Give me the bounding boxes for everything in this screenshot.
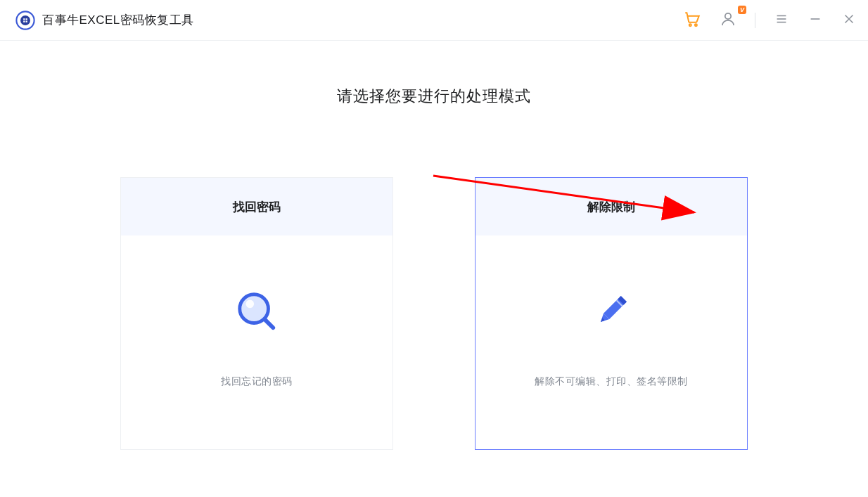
card-recover-password[interactable]: 找回密码 找回忘记的密码 [120, 177, 393, 450]
svg-point-1 [20, 15, 30, 25]
card-desc: 找回忘记的密码 [221, 375, 293, 388]
card-title: 解除限制 [476, 178, 747, 235]
svg-line-18 [265, 320, 274, 328]
title-actions: V [680, 7, 860, 33]
pencil-icon [589, 290, 633, 333]
cart-button[interactable] [680, 7, 704, 33]
titlebar: 百事牛EXCEL密码恢复工具 V [0, 0, 868, 41]
card-remove-restriction[interactable]: 解除限制 解除不可编辑、打印、签名等限制 [475, 177, 748, 450]
menu-icon [774, 11, 789, 29]
card-title: 找回密码 [121, 178, 392, 235]
main-content: 请选择您要进行的处理模式 找回密码 找回忘记的密码 解除限制 [0, 41, 868, 450]
minimize-button[interactable] [805, 8, 826, 32]
divider [755, 13, 755, 28]
minimize-icon [808, 11, 823, 29]
svg-point-6 [689, 24, 691, 26]
cart-icon [683, 10, 701, 30]
app-title: 百事牛EXCEL密码恢复工具 [42, 12, 194, 28]
close-icon [841, 11, 857, 29]
card-body: 找回忘记的密码 [121, 235, 392, 449]
page-heading: 请选择您要进行的处理模式 [337, 86, 531, 107]
svg-point-7 [695, 24, 697, 26]
svg-point-8 [725, 13, 731, 19]
svg-rect-4 [23, 20, 25, 22]
close-button[interactable] [838, 8, 860, 32]
vip-badge: V [738, 6, 746, 14]
card-desc: 解除不可编辑、打印、签名等限制 [535, 375, 688, 388]
card-body: 解除不可编辑、打印、签名等限制 [476, 235, 747, 449]
user-icon [720, 11, 736, 30]
svg-rect-5 [26, 20, 27, 22]
app-logo-icon [15, 11, 35, 30]
svg-point-17 [246, 300, 255, 309]
magnifier-icon [235, 290, 279, 333]
user-button[interactable]: V [717, 8, 739, 32]
svg-rect-2 [23, 18, 25, 20]
logo-wrap: 百事牛EXCEL密码恢复工具 [15, 11, 194, 30]
svg-rect-3 [26, 18, 27, 20]
mode-cards: 找回密码 找回忘记的密码 解除限制 [120, 177, 748, 450]
menu-button[interactable] [771, 8, 792, 32]
